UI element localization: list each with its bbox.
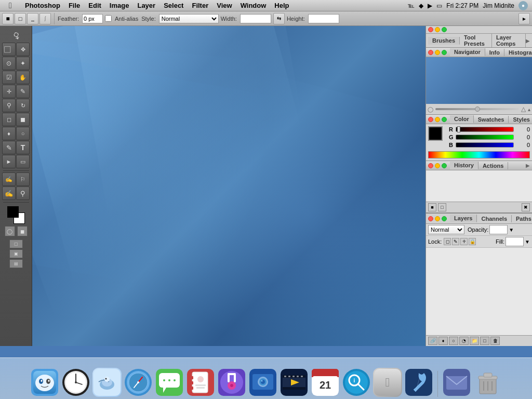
swap-dimensions-btn[interactable]: ⇆ bbox=[273, 13, 285, 24]
zoom-right-icon[interactable]: ▴ bbox=[528, 107, 530, 112]
close-dot-color[interactable] bbox=[428, 117, 433, 122]
address-book-icon[interactable] bbox=[186, 368, 215, 397]
dock-xcode[interactable] bbox=[404, 368, 433, 397]
tab-layer-comps[interactable]: Layer Comps bbox=[492, 34, 526, 47]
fill-arrow[interactable]: ▼ bbox=[525, 239, 530, 245]
tab-info[interactable]: Info bbox=[485, 49, 504, 56]
dock-ispeed[interactable]: i bbox=[342, 368, 371, 397]
fill-tool[interactable]: ◼ bbox=[16, 113, 30, 126]
user-name[interactable]: Jim Midnite bbox=[483, 2, 514, 9]
menu-view[interactable]: View bbox=[212, 0, 236, 11]
menu-file[interactable]: File bbox=[64, 0, 84, 11]
zoom-tool[interactable]: ⚲ bbox=[16, 187, 30, 200]
magic-wand-tool[interactable]: ✦ bbox=[16, 57, 30, 70]
dock-finder[interactable] bbox=[30, 368, 59, 397]
dock-mail2[interactable] bbox=[442, 368, 471, 397]
history-panel-arrow[interactable]: ▶ bbox=[526, 163, 530, 168]
canvas-area[interactable] bbox=[32, 26, 425, 346]
menu-photoshop[interactable]: Photoshop bbox=[21, 0, 64, 11]
trash-icon-el[interactable] bbox=[473, 368, 502, 397]
path-select-tool[interactable]: ► bbox=[2, 155, 16, 168]
eyedropper-tool[interactable]: ⚐ bbox=[16, 172, 30, 186]
tab-paths[interactable]: Paths bbox=[512, 215, 532, 222]
height-input[interactable] bbox=[308, 14, 339, 23]
lasso-tool[interactable]: ⊙ bbox=[2, 57, 16, 70]
menu-image[interactable]: Image bbox=[105, 0, 134, 11]
dock-mail-bird[interactable] bbox=[92, 368, 122, 397]
xcode-icon-el[interactable] bbox=[404, 368, 433, 397]
selection-single-col-btn[interactable]: ⎰ bbox=[39, 13, 51, 24]
layer-mask-btn[interactable]: ○ bbox=[449, 337, 458, 345]
tab-tool-presets[interactable]: Tool Presets bbox=[460, 34, 492, 47]
zoom-dot-nav[interactable] bbox=[442, 50, 447, 55]
tab-styles[interactable]: Styles bbox=[509, 116, 532, 123]
layer-adjustment-btn[interactable]: ◔ bbox=[459, 337, 469, 345]
layer-delete-btn[interactable]: 🗑 bbox=[490, 337, 500, 345]
pen-tool[interactable]: ✎ bbox=[2, 141, 16, 154]
dock-apple-system[interactable]:  bbox=[373, 368, 402, 397]
tab-channels[interactable]: Channels bbox=[477, 215, 512, 222]
green-slider[interactable] bbox=[456, 135, 514, 140]
menu-layer[interactable]: Layer bbox=[133, 0, 159, 11]
feather-input[interactable] bbox=[82, 14, 103, 23]
menu-window[interactable]: Window bbox=[236, 0, 271, 11]
dock-trash[interactable] bbox=[473, 368, 502, 397]
dock-clock[interactable] bbox=[61, 368, 90, 397]
mail-bird-icon[interactable] bbox=[92, 368, 122, 397]
menu-filter[interactable]: Filter bbox=[188, 0, 212, 11]
tab-history[interactable]: History bbox=[450, 162, 478, 169]
dock-ical[interactable]: 21 JUL bbox=[311, 368, 340, 397]
lock-all-btn[interactable]: 🔒 bbox=[469, 238, 476, 245]
notes-tool[interactable]: ✍ bbox=[2, 172, 16, 186]
history-new-doc-btn[interactable]: □ bbox=[438, 203, 446, 211]
close-dot-layers[interactable] bbox=[428, 216, 433, 221]
dock-ichat[interactable] bbox=[155, 368, 184, 397]
minimize-dot-color[interactable] bbox=[435, 117, 440, 122]
minimize-dot-layers[interactable] bbox=[435, 216, 440, 221]
dock-address-book[interactable] bbox=[186, 368, 215, 397]
zoom-slider[interactable] bbox=[435, 108, 519, 110]
safari-icon-el[interactable] bbox=[124, 368, 153, 397]
minimize-dot-history[interactable] bbox=[435, 163, 440, 168]
close-dot-top[interactable] bbox=[428, 27, 433, 32]
brush-tool[interactable]: ✎ bbox=[16, 85, 30, 98]
zoom-dot-history[interactable] bbox=[442, 163, 447, 168]
history-new-snapshot-btn[interactable]: ■ bbox=[428, 203, 436, 211]
zoom-dot-top[interactable] bbox=[442, 27, 447, 32]
mail2-icon-el[interactable] bbox=[442, 368, 471, 397]
lock-position-btn[interactable]: ♱ bbox=[460, 238, 468, 245]
marquee-rect-tool[interactable]: ⃞ bbox=[2, 43, 16, 56]
quick-mask-btn[interactable]: ◼ bbox=[17, 226, 28, 236]
move-tool[interactable]: ✥ bbox=[16, 43, 30, 56]
zoom-dot-layers[interactable] bbox=[442, 216, 447, 221]
hand-tool[interactable]: ✍ bbox=[2, 187, 16, 200]
tab-color[interactable]: Color bbox=[450, 115, 474, 123]
blend-mode-select[interactable]: Normal Multiply Screen bbox=[428, 225, 464, 234]
dodge-tool[interactable]: ○ bbox=[16, 127, 30, 140]
minimize-dot-top[interactable] bbox=[435, 27, 440, 32]
ichat-icon-el[interactable] bbox=[155, 368, 184, 397]
imovie-icon-el[interactable] bbox=[280, 368, 309, 397]
zoom-slider-thumb[interactable] bbox=[475, 107, 480, 112]
color-spectrum-bar[interactable] bbox=[428, 151, 530, 158]
tab-swatches[interactable]: Swatches bbox=[474, 116, 509, 123]
apple-system-icon[interactable]:  bbox=[373, 368, 402, 397]
anti-alias-checkbox[interactable] bbox=[105, 15, 112, 22]
tab-layers[interactable]: Layers bbox=[450, 215, 477, 222]
style-select[interactable]: Normal Fixed Aspect Ratio Fixed Size bbox=[159, 14, 219, 23]
close-dot-nav[interactable] bbox=[428, 50, 433, 55]
tab-navigator[interactable]: Navigator bbox=[450, 48, 485, 56]
red-thumb[interactable] bbox=[457, 126, 460, 132]
foreground-color-swatch[interactable] bbox=[7, 206, 19, 218]
apple-menu-icon[interactable]:  bbox=[0, 1, 21, 10]
tab-brushes[interactable]: Brushes bbox=[428, 37, 460, 45]
tab-actions[interactable]: Actions bbox=[478, 162, 508, 169]
selection-rounded-btn[interactable]: □ bbox=[15, 13, 26, 24]
menu-edit[interactable]: Edit bbox=[84, 0, 105, 11]
layer-effects-btn[interactable]: ♦ bbox=[438, 337, 448, 345]
zoom-out-icon[interactable]: ◯ bbox=[428, 107, 433, 112]
layer-group-btn[interactable]: 📁 bbox=[470, 337, 479, 345]
zoom-in-icon[interactable]: △ bbox=[521, 105, 526, 113]
iphoto-icon-el[interactable] bbox=[248, 368, 277, 397]
history-delete-btn[interactable]: ✖ bbox=[522, 203, 530, 211]
